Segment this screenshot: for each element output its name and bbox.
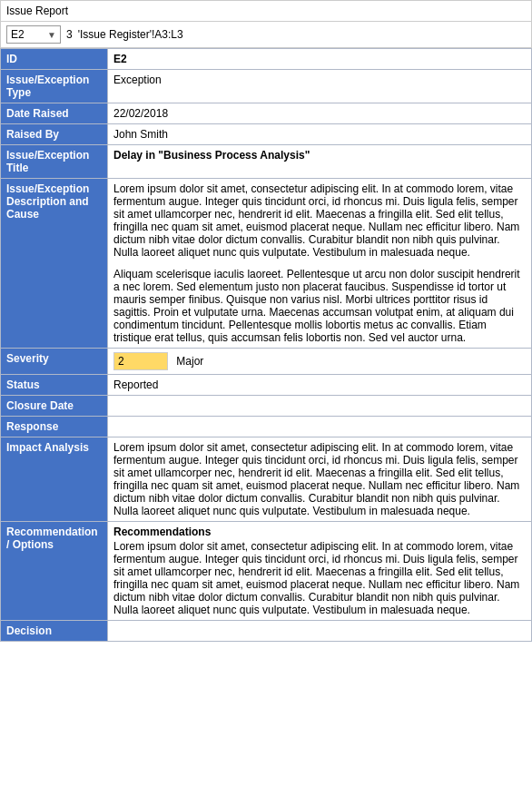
- issue-report-header: Issue Report: [0, 0, 532, 22]
- value-severity: 2 Major: [108, 349, 532, 375]
- table-row-title: Issue/Exception Title Delay in "Business…: [1, 145, 532, 179]
- severity-number[interactable]: 2: [113, 352, 168, 370]
- value-status: Reported: [108, 375, 532, 396]
- value-title: Delay in "Business Process Analysis": [108, 145, 532, 179]
- table-row-recommendation: Recommendation / Options Recommendations…: [1, 522, 532, 621]
- top-controls-bar: E2 ▼ 3 'Issue Register'!A3:L3: [0, 22, 532, 48]
- table-row-description: Issue/Exception Description and Cause Lo…: [1, 179, 532, 349]
- select-value: E2: [11, 28, 25, 41]
- table-row-id: ID E2: [1, 49, 532, 70]
- table-row-impact: Impact Analysis Lorem ipsum dolor sit am…: [1, 437, 532, 522]
- table-row-type: Issue/Exception Type Exception: [1, 70, 532, 103]
- value-description: Lorem ipsum dolor sit amet, consectetur …: [108, 179, 532, 349]
- id-value: E2: [113, 53, 127, 65]
- label-response: Response: [1, 417, 108, 437]
- value-response: [108, 417, 532, 437]
- label-title: Issue/Exception Title: [1, 145, 108, 179]
- label-severity: Severity: [1, 349, 108, 375]
- value-impact: Lorem ipsum dolor sit amet, consectetur …: [108, 437, 532, 522]
- label-closure-date: Closure Date: [1, 396, 108, 417]
- table-row-closure-date: Closure Date: [1, 396, 532, 417]
- label-description: Issue/Exception Description and Cause: [1, 179, 108, 349]
- value-closure-date: [108, 396, 532, 417]
- value-type: Exception: [108, 70, 532, 103]
- table-row-raised-by: Raised By John Smith: [1, 124, 532, 145]
- issue-report-title: Issue Report: [6, 5, 68, 17]
- label-raised-by: Raised By: [1, 124, 108, 145]
- table-row-decision: Decision: [1, 621, 532, 642]
- value-date-raised: 22/02/2018: [108, 103, 532, 124]
- cell-selector[interactable]: E2 ▼: [6, 25, 61, 44]
- label-decision: Decision: [1, 621, 108, 642]
- table-row-date-raised: Date Raised 22/02/2018: [1, 103, 532, 124]
- value-decision: [108, 621, 532, 642]
- label-date-raised: Date Raised: [1, 103, 108, 124]
- value-recommendation: Recommendations Lorem ipsum dolor sit am…: [108, 522, 532, 621]
- label-recommendation: Recommendation / Options: [1, 522, 108, 621]
- severity-text: Major: [176, 355, 203, 368]
- label-status: Status: [1, 375, 108, 396]
- label-type: Issue/Exception Type: [1, 70, 108, 103]
- value-id: E2: [108, 49, 532, 70]
- description-paragraph-2: Aliquam scelerisque iaculis laoreet. Pel…: [113, 268, 526, 344]
- title-bold: Delay in "Business Process Analysis": [113, 149, 310, 162]
- value-raised-by: John Smith: [108, 124, 532, 145]
- label-impact: Impact Analysis: [1, 437, 108, 522]
- cell-number: 3: [66, 28, 73, 41]
- table-row-response: Response: [1, 417, 532, 437]
- report-table: ID E2 Issue/Exception Type Exception Dat…: [0, 48, 532, 642]
- description-paragraph-1: Lorem ipsum dolor sit amet, consectetur …: [113, 182, 526, 259]
- recommendation-text: Lorem ipsum dolor sit amet, consectetur …: [113, 540, 526, 616]
- formula-text: 'Issue Register'!A3:L3: [78, 28, 183, 41]
- dropdown-arrow-icon: ▼: [47, 30, 56, 40]
- table-row-status: Status Reported: [1, 375, 532, 396]
- label-id: ID: [1, 49, 108, 70]
- table-row-severity: Severity 2 Major: [1, 349, 532, 375]
- recommendations-header: Recommendations: [113, 526, 526, 538]
